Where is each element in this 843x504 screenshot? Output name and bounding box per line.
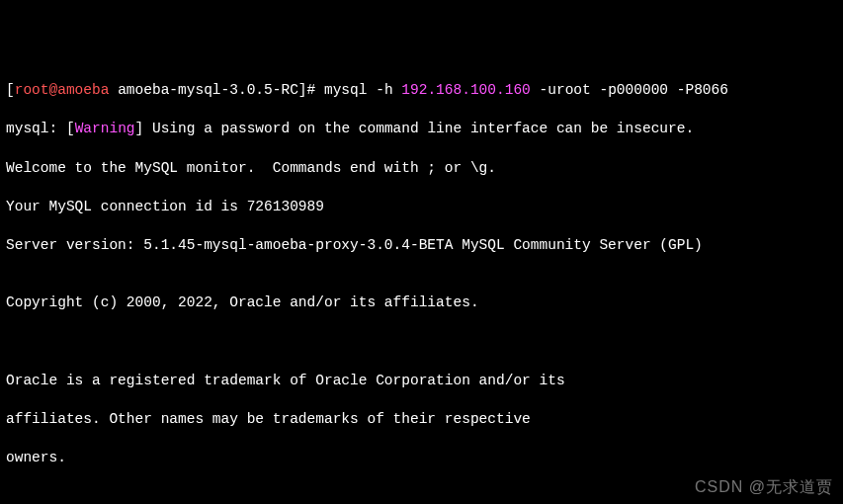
welcome-line: Welcome to the MySQL monitor. Commands e… xyxy=(6,159,837,179)
copyright-line: Copyright (c) 2000, 2022, Oracle and/or … xyxy=(6,294,837,313)
shell-prompt-line: [root@amoeba amoeba-mysql-3.0.5-RC]# mys… xyxy=(6,81,837,101)
user-host: root@amoeba xyxy=(15,82,110,98)
connection-id-line: Your MySQL connection id is 726130989 xyxy=(6,198,837,217)
ip-address: 192.168.100.160 xyxy=(401,82,531,98)
blank-line xyxy=(6,333,837,353)
trademark-line-1: Oracle is a registered trademark of Orac… xyxy=(6,372,837,391)
warning-line: mysql: [Warning] Using a password on the… xyxy=(6,120,837,139)
trademark-line-3: owners. xyxy=(6,449,837,468)
trademark-line-2: affiliates. Other names may be trademark… xyxy=(6,410,837,430)
server-version-line: Server version: 5.1.45-mysql-amoeba-prox… xyxy=(6,236,837,256)
warning-word: Warning xyxy=(75,121,135,136)
watermark-text: CSDN @无求道贾 xyxy=(695,476,833,498)
